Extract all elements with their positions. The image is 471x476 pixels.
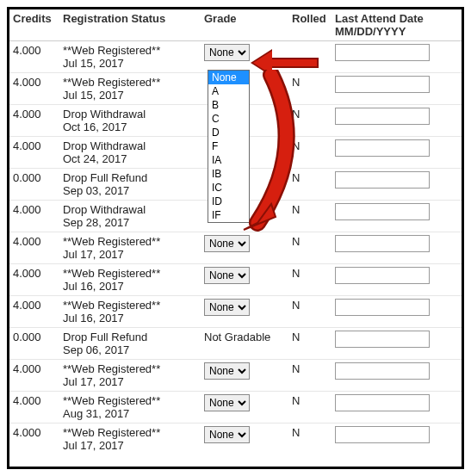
credits-cell: 4.000 [9, 201, 59, 232]
rolled-cell: N [288, 360, 332, 392]
reg-status-date: Oct 16, 2017 [63, 121, 197, 133]
grade-option[interactable]: F [208, 139, 249, 153]
grade-cell: NoneABCDFIAIBICIDIF [201, 232, 288, 264]
reg-status-text: **Web Registered** [63, 394, 160, 407]
col-header-credits: Credits [9, 9, 59, 41]
grade-option[interactable]: None [208, 71, 249, 84]
grade-option[interactable]: IC [208, 181, 249, 195]
col-header-grade: Grade [201, 9, 288, 41]
grade-option[interactable]: ID [208, 195, 249, 208]
grade-option[interactable]: C [208, 112, 249, 126]
last-attend-input[interactable] [335, 362, 430, 380]
last-attend-input[interactable] [335, 235, 430, 252]
last-attend-input[interactable] [335, 203, 430, 220]
reg-status-date: Oct 24, 2017 [63, 152, 197, 165]
last-attend-cell [332, 328, 462, 360]
last-attend-input[interactable] [335, 139, 430, 157]
grade-option[interactable]: D [208, 126, 249, 139]
grade-cell: NoneABCDFIAIBICIDIF [201, 392, 288, 423]
last-attend-input[interactable] [335, 299, 430, 316]
credits-cell: 4.000 [9, 296, 59, 328]
credits-cell: 4.000 [9, 105, 59, 137]
col-header-last-attend: Last Attend Date MM/DD/YYYY [332, 9, 462, 41]
credits-cell: 4.000 [9, 423, 59, 455]
rolled-cell: N [288, 392, 332, 423]
table-row: 4.000**Web Registered**Aug 31, 2017NoneA… [9, 392, 462, 423]
credits-cell: 0.000 [9, 169, 59, 201]
reg-status-text: Drop Withdrawal [63, 108, 146, 121]
last-attend-cell [332, 105, 462, 137]
grade-option[interactable]: IF [208, 208, 249, 222]
grade-select[interactable]: NoneABCDFIAIBICIDIF [204, 394, 250, 411]
reg-status-cell: Drop WithdrawalSep 28, 2017 [59, 201, 201, 232]
last-attend-input[interactable] [335, 171, 430, 189]
reg-status-date: Aug 31, 2017 [63, 407, 197, 420]
table-row: 0.000Drop Full RefundSep 06, 2017Not Gra… [9, 328, 462, 360]
grade-select[interactable]: NoneABCDFIAIBICIDIF [204, 267, 250, 284]
rolled-cell: N [288, 232, 332, 264]
annotation-arrow-to-select [253, 53, 322, 73]
grade-select[interactable]: NoneABCDFIAIBICIDIF [204, 44, 250, 61]
last-attend-cell [332, 137, 462, 169]
last-attend-input[interactable] [335, 44, 430, 61]
last-attend-input[interactable] [335, 267, 430, 284]
grade-option[interactable]: IB [208, 167, 249, 181]
reg-status-cell: **Web Registered**Jul 16, 2017 [59, 296, 201, 328]
reg-status-cell: **Web Registered**Jul 16, 2017 [59, 264, 201, 296]
grade-option[interactable]: B [208, 98, 249, 112]
reg-status-cell: **Web Registered**Jul 15, 2017 [59, 41, 201, 73]
last-attend-cell [332, 392, 462, 423]
grade-option[interactable]: IA [208, 153, 249, 167]
last-attend-input[interactable] [335, 76, 430, 93]
last-attend-cell [332, 360, 462, 392]
grade-select[interactable]: NoneABCDFIAIBICIDIF [204, 426, 250, 443]
credits-cell: 4.000 [9, 392, 59, 423]
reg-status-date: Jul 17, 2017 [63, 439, 197, 452]
reg-status-date: Jul 16, 2017 [63, 280, 197, 293]
grade-cell: NoneABCDFIAIBICIDIF [201, 360, 288, 392]
reg-status-cell: Drop Full RefundSep 03, 2017 [59, 169, 201, 201]
grade-dropdown-open[interactable]: NoneABCDFIAIBICIDIF [208, 70, 250, 223]
reg-status-cell: **Web Registered**Jul 17, 2017 [59, 423, 201, 455]
reg-status-text: **Web Registered** [63, 299, 160, 312]
reg-status-date: Jul 16, 2017 [63, 312, 197, 325]
grade-entry-panel: Credits Registration Status Grade Rolled… [7, 7, 464, 469]
grade-select[interactable]: NoneABCDFIAIBICIDIF [204, 362, 250, 380]
reg-status-text: Drop Full Refund [63, 331, 147, 343]
last-attend-cell [332, 169, 462, 201]
reg-status-cell: Drop WithdrawalOct 16, 2017 [59, 105, 201, 137]
last-attend-input[interactable] [335, 394, 430, 411]
reg-status-text: Drop Withdrawal [63, 139, 146, 152]
reg-status-text: Drop Withdrawal [63, 203, 146, 216]
grade-select[interactable]: NoneABCDFIAIBICIDIF [204, 299, 250, 316]
grade-cell: NoneABCDFIAIBICIDIF [201, 264, 288, 296]
rolled-cell: N [288, 328, 332, 360]
reg-status-text: **Web Registered** [63, 44, 160, 57]
grade-select[interactable]: NoneABCDFIAIBICIDIF [204, 235, 250, 252]
table-row: 4.000**Web Registered**Jul 16, 2017NoneA… [9, 296, 462, 328]
col-header-reg-status: Registration Status [59, 9, 201, 41]
rolled-cell: N [288, 137, 332, 169]
last-attend-cell [332, 264, 462, 296]
reg-status-date: Jul 15, 2017 [63, 57, 197, 70]
last-attend-cell [332, 201, 462, 232]
reg-status-cell: Drop Full RefundSep 06, 2017 [59, 328, 201, 360]
last-attend-cell [332, 296, 462, 328]
last-attend-input[interactable] [335, 108, 430, 125]
table-row: 4.000**Web Registered**Jul 15, 2017NoneA… [9, 41, 462, 73]
reg-status-cell: **Web Registered**Jul 17, 2017 [59, 360, 201, 392]
table-row: 4.000**Web Registered**Jul 17, 2017NoneA… [9, 360, 462, 392]
last-attend-input[interactable] [335, 331, 430, 348]
rolled-cell: N [288, 105, 332, 137]
reg-status-date: Jul 17, 2017 [63, 248, 197, 261]
grade-cell: NoneABCDFIAIBICIDIF [201, 296, 288, 328]
credits-cell: 4.000 [9, 360, 59, 392]
reg-status-text: **Web Registered** [63, 426, 160, 439]
last-attend-input[interactable] [335, 426, 430, 443]
credits-cell: 0.000 [9, 328, 59, 360]
reg-status-date: Sep 06, 2017 [63, 343, 197, 356]
grade-cell: NoneABCDFIAIBICIDIF [201, 423, 288, 455]
reg-status-date: Jul 17, 2017 [63, 375, 197, 388]
reg-status-cell: **Web Registered**Jul 15, 2017 [59, 73, 201, 105]
grade-option[interactable]: A [208, 84, 249, 98]
